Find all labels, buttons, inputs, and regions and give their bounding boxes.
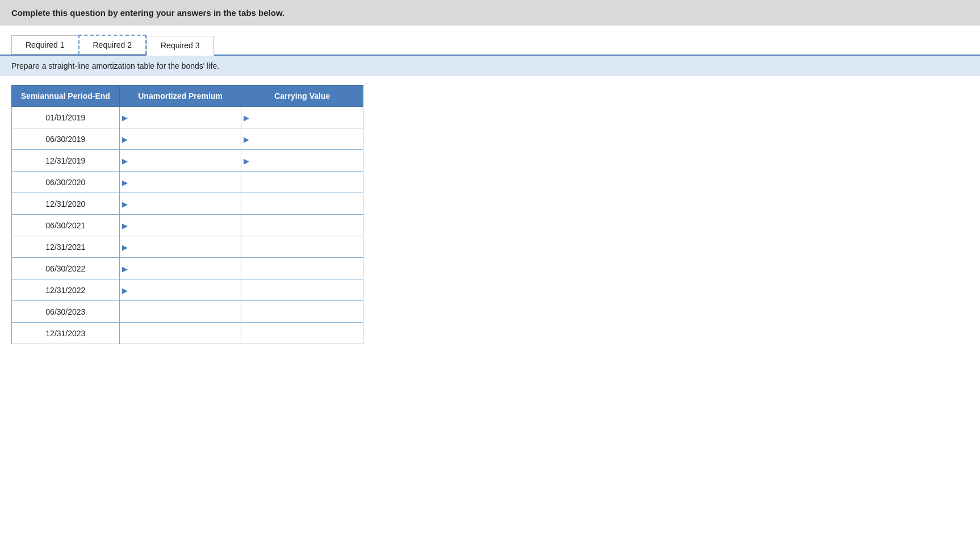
carrying-value-input[interactable]: [241, 193, 363, 214]
unamortized-premium-input[interactable]: [120, 107, 241, 128]
description-bar: Prepare a straight-line amortization tab…: [0, 56, 980, 76]
carrying-value-cell[interactable]: [241, 193, 363, 215]
date-cell: 06/30/2019: [12, 128, 120, 150]
table-row: 12/31/2020▶: [12, 193, 363, 215]
unamortized-premium-cell[interactable]: ▶: [119, 236, 241, 258]
date-cell: 06/30/2023: [12, 301, 120, 323]
date-cell: 06/30/2020: [12, 172, 120, 193]
table-header-row: Semiannual Period-End Unamortized Premiu…: [12, 86, 363, 107]
tab-required3-label: Required 3: [161, 41, 200, 50]
page-wrapper: Complete this question by entering your …: [0, 0, 980, 543]
header-unamortized: Unamortized Premium: [119, 86, 241, 107]
description-text: Prepare a straight-line amortization tab…: [11, 61, 219, 70]
tabs-area: Required 1 Required 2 Required 3: [0, 26, 980, 56]
carrying-value-cell[interactable]: [241, 236, 363, 258]
carrying-value-cell[interactable]: [241, 172, 363, 193]
table-row: 01/01/2019▶▶: [12, 107, 363, 128]
table-row: 12/31/2023: [12, 323, 363, 344]
unamortized-premium-cell[interactable]: ▶: [119, 128, 241, 150]
carrying-value-cell[interactable]: [241, 301, 363, 323]
date-cell: 06/30/2021: [12, 215, 120, 236]
unamortized-premium-cell[interactable]: ▶: [119, 258, 241, 279]
date-cell: 12/31/2021: [12, 236, 120, 258]
unamortized-premium-cell[interactable]: ▶: [119, 193, 241, 215]
header-semiannual: Semiannual Period-End: [12, 86, 120, 107]
carrying-value-cell[interactable]: ▶: [241, 150, 363, 172]
table-row: 06/30/2022▶: [12, 258, 363, 279]
unamortized-premium-cell[interactable]: ▶: [119, 279, 241, 301]
carrying-value-input[interactable]: [241, 258, 363, 279]
table-row: 06/30/2020▶: [12, 172, 363, 193]
unamortized-premium-input[interactable]: [120, 279, 241, 300]
tab-required1[interactable]: Required 1: [11, 35, 78, 55]
unamortized-premium-input[interactable]: [120, 150, 241, 171]
carrying-value-cell[interactable]: [241, 258, 363, 279]
table-row: 06/30/2023: [12, 301, 363, 323]
unamortized-premium-input[interactable]: [120, 301, 241, 322]
unamortized-premium-cell[interactable]: ▶: [119, 172, 241, 193]
carrying-value-input[interactable]: [241, 107, 363, 128]
unamortized-premium-cell[interactable]: ▶: [119, 215, 241, 236]
header-carrying: Carrying Value: [241, 86, 363, 107]
tab-required3[interactable]: Required 3: [146, 36, 214, 56]
carrying-value-cell[interactable]: [241, 323, 363, 344]
unamortized-premium-input[interactable]: [120, 193, 241, 214]
tab-required1-label: Required 1: [26, 40, 65, 49]
carrying-value-input[interactable]: [241, 236, 363, 257]
unamortized-premium-input[interactable]: [120, 215, 241, 236]
table-row: 06/30/2021▶: [12, 215, 363, 236]
table-row: 12/31/2019▶▶: [12, 150, 363, 172]
instruction-text: Complete this question by entering your …: [11, 8, 284, 18]
table-body: 01/01/2019▶▶06/30/2019▶▶12/31/2019▶▶06/3…: [12, 107, 363, 344]
unamortized-premium-cell[interactable]: [119, 323, 241, 344]
table-row: 06/30/2019▶▶: [12, 128, 363, 150]
table-row: 12/31/2021▶: [12, 236, 363, 258]
unamortized-premium-input[interactable]: [120, 323, 241, 344]
tab-required2[interactable]: Required 2: [78, 35, 147, 55]
unamortized-premium-cell[interactable]: ▶: [119, 107, 241, 128]
carrying-value-cell[interactable]: [241, 215, 363, 236]
unamortized-premium-input[interactable]: [120, 236, 241, 257]
carrying-value-cell[interactable]: [241, 279, 363, 301]
date-cell: 01/01/2019: [12, 107, 120, 128]
amortization-table: Semiannual Period-End Unamortized Premiu…: [11, 85, 363, 344]
date-cell: 12/31/2019: [12, 150, 120, 172]
carrying-value-input[interactable]: [241, 128, 363, 149]
unamortized-premium-input[interactable]: [120, 172, 241, 193]
date-cell: 06/30/2022: [12, 258, 120, 279]
carrying-value-input[interactable]: [241, 150, 363, 171]
unamortized-premium-cell[interactable]: [119, 301, 241, 323]
unamortized-premium-input[interactable]: [120, 258, 241, 279]
carrying-value-cell[interactable]: ▶: [241, 107, 363, 128]
instruction-bar: Complete this question by entering your …: [0, 0, 980, 26]
carrying-value-input[interactable]: [241, 172, 363, 193]
carrying-value-input[interactable]: [241, 279, 363, 300]
unamortized-premium-input[interactable]: [120, 128, 241, 149]
date-cell: 12/31/2020: [12, 193, 120, 215]
carrying-value-input[interactable]: [241, 323, 363, 344]
tab-required2-label: Required 2: [93, 40, 132, 49]
table-container: Semiannual Period-End Unamortized Premiu…: [0, 76, 980, 353]
unamortized-premium-cell[interactable]: ▶: [119, 150, 241, 172]
date-cell: 12/31/2022: [12, 279, 120, 301]
table-row: 12/31/2022▶: [12, 279, 363, 301]
carrying-value-input[interactable]: [241, 215, 363, 236]
carrying-value-cell[interactable]: ▶: [241, 128, 363, 150]
carrying-value-input[interactable]: [241, 301, 363, 322]
date-cell: 12/31/2023: [12, 323, 120, 344]
